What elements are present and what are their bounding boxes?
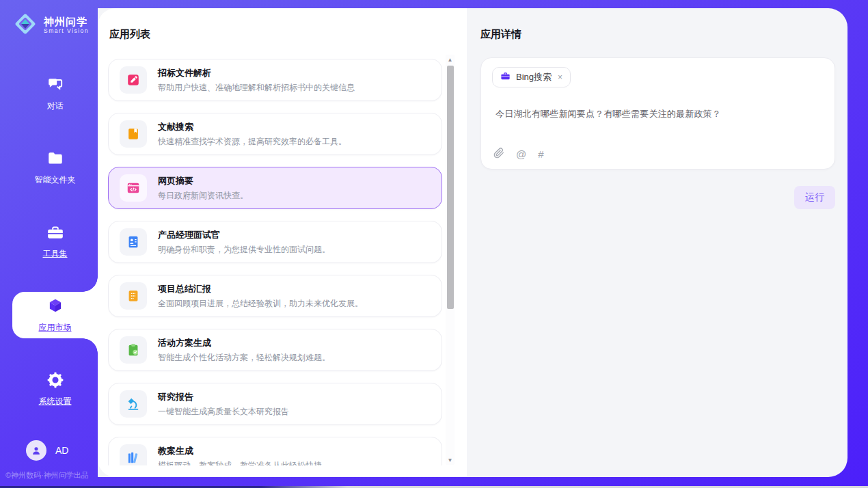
question-text[interactable]: 今日湖北有哪些新闻要点？有哪些需要关注的最新政策？ (496, 108, 824, 120)
sidebar-item-label: 工具集 (43, 248, 68, 260)
toolbox-icon (46, 223, 64, 244)
sidebar-item-chat[interactable]: 对话 (12, 70, 98, 117)
sidebar-item-label: 系统设置 (39, 396, 72, 407)
app-card-project-summary[interactable]: 项目总结汇报 全面回顾项目进展，总结经验教训，助力未来优化发展。 (108, 275, 442, 317)
app-title: 招标文件解析 (158, 67, 355, 79)
app-card-research-report[interactable]: 研究报告 一键智能生成高质量长文本研究报告 (108, 383, 442, 425)
paperclip-icon[interactable] (493, 148, 504, 160)
sidebar-item-label: 应用市场 (39, 322, 72, 334)
scrollbar-thumb[interactable] (447, 66, 454, 309)
logo-subtitle: Smart Vision (44, 28, 89, 34)
sidebar-nav: 对话 智能文件夹 工具集 (0, 70, 98, 412)
user-name: AD (55, 445, 68, 456)
sidebar-item-app-market[interactable]: 应用市场 (12, 292, 98, 338)
mention-icon[interactable]: @ (516, 149, 526, 159)
app-card-bid-analysis[interactable]: 招标文件解析 帮助用户快速、准确地理解和解析招标书中的关键信息 (108, 59, 442, 101)
logo-title: 神州问学 (44, 16, 89, 28)
briefcase-icon (500, 71, 511, 84)
resume-icon (120, 228, 147, 256)
scroll-up-icon[interactable]: ▲ (446, 55, 455, 64)
main-content: 应用列表 招标文件解析 帮助用户快速、准确地理解和解析招标书中的关键信息 (98, 8, 847, 477)
books-icon (120, 444, 147, 465)
app-desc: 明确身份和职责，为您提供专业性的面试问题。 (158, 244, 330, 256)
app-list: 招标文件解析 帮助用户快速、准确地理解和解析招标书中的关键信息 文献搜索 快速精… (108, 59, 442, 465)
app-card-literature-search[interactable]: 文献搜索 快速精准查找学术资源，提高研究效率的必备工具。 (108, 113, 442, 155)
user-row[interactable]: AD (26, 440, 98, 461)
app-title: 活动方案生成 (158, 337, 330, 349)
app-title: 产品经理面试官 (158, 229, 330, 241)
cube-icon (46, 297, 64, 318)
sidebar: 神州问学 Smart Vision 对话 (0, 0, 98, 486)
logo: 神州问学 Smart Vision (12, 11, 98, 40)
sidebar-footer: ©神州数码·神州问学出品 (5, 470, 98, 480)
browser-code-icon (120, 174, 147, 202)
hashtag-icon[interactable]: # (538, 149, 543, 159)
diamond-logo-icon (12, 11, 38, 40)
chat-icon (46, 76, 64, 96)
app-title: 研究报告 (158, 391, 289, 403)
clipboard-check-icon (120, 336, 147, 364)
scrollbar[interactable]: ▲ ▼ (446, 55, 455, 465)
app-detail-panel: 应用详情 Bing搜索 × 今日湖北有哪些新闻要点？有哪些需要关注的最新政策？ (467, 8, 847, 477)
book-icon (120, 120, 147, 148)
app-desc: 模板驱动，教案秒成，教学准备从此轻松快捷 (158, 460, 322, 466)
sidebar-item-label: 对话 (47, 100, 64, 112)
pen-square-icon (120, 66, 147, 94)
app-desc: 全面回顾项目进展，总结经验教训，助力未来优化发展。 (158, 298, 363, 310)
chip-label: Bing搜索 (516, 71, 552, 83)
app-card-pm-interviewer[interactable]: 产品经理面试官 明确身份和职责，为您提供专业性的面试问题。 (108, 221, 442, 263)
app-title: 文献搜索 (158, 121, 347, 133)
sidebar-item-settings[interactable]: 系统设置 (12, 366, 98, 412)
gear-icon (46, 371, 64, 392)
app-card-lesson-plan[interactable]: 教案生成 模板驱动，教案秒成，教学准备从此轻松快捷 (108, 437, 442, 465)
app-title: 教案生成 (158, 445, 322, 457)
app-desc: 快速精准查找学术资源，提高研究效率的必备工具。 (158, 136, 347, 148)
folder-icon (46, 150, 64, 170)
app-title: 项目总结汇报 (158, 283, 363, 295)
microscope-icon (120, 390, 147, 418)
note-icon (120, 282, 147, 310)
app-title: 网页摘要 (158, 175, 248, 187)
prompt-input-card[interactable]: Bing搜索 × 今日湖北有哪些新闻要点？有哪些需要关注的最新政策？ @ # (480, 57, 835, 170)
app-desc: 帮助用户快速、准确地理解和解析招标书中的关键信息 (158, 82, 355, 94)
close-icon[interactable]: × (557, 72, 563, 82)
app-card-web-summary[interactable]: 网页摘要 每日政府新闻资讯快查。 (108, 167, 442, 209)
app-desc: 智能生成个性化活动方案，轻松解决规划难题。 (158, 352, 330, 364)
person-icon (30, 444, 42, 457)
app-window: 神州问学 Smart Vision 对话 (0, 0, 868, 488)
sidebar-item-toolset[interactable]: 工具集 (12, 218, 98, 265)
avatar[interactable] (26, 440, 46, 461)
app-detail-title: 应用详情 (480, 28, 835, 41)
run-button[interactable]: 运行 (794, 186, 835, 209)
app-desc: 一键智能生成高质量长文本研究报告 (158, 406, 289, 418)
sidebar-item-smart-folder[interactable]: 智能文件夹 (12, 144, 98, 191)
app-desc: 每日政府新闻资讯快查。 (158, 190, 248, 202)
app-card-event-plan[interactable]: 活动方案生成 智能生成个性化活动方案，轻松解决规划难题。 (108, 329, 442, 371)
bing-search-chip[interactable]: Bing搜索 × (492, 67, 571, 87)
sidebar-item-label: 智能文件夹 (35, 174, 76, 186)
scroll-down-icon[interactable]: ▼ (446, 455, 455, 465)
app-list-title: 应用列表 (109, 28, 467, 41)
app-list-panel: 应用列表 招标文件解析 帮助用户快速、准确地理解和解析招标书中的关键信息 (98, 8, 467, 477)
